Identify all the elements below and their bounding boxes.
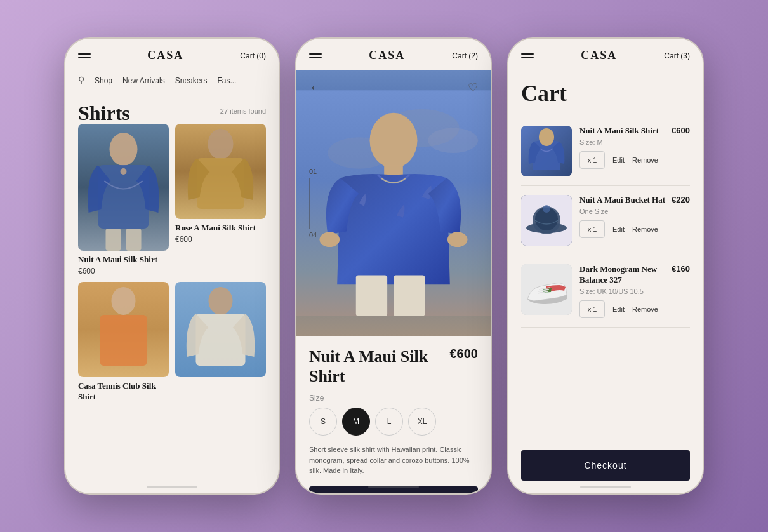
cart-hat-svg bbox=[521, 195, 572, 246]
detail-product-price: €600 bbox=[450, 347, 479, 361]
cart-item-3: Dark Monogram New Balance 327 €160 Size:… bbox=[521, 255, 690, 328]
cart-shoe-svg bbox=[521, 264, 572, 315]
nav-new-arrivals[interactable]: New Arrivals bbox=[122, 76, 165, 85]
list-item[interactable]: Nuit A Maui Silk Shirt €600 bbox=[78, 124, 169, 276]
cart-item-image-1 bbox=[521, 126, 572, 176]
cart-shirt-svg bbox=[521, 126, 572, 176]
remove-btn-3[interactable]: Remove bbox=[632, 305, 658, 313]
detail-name-row: Nuit A Maui Silk Shirt €600 bbox=[309, 347, 478, 386]
detail-product-name: Nuit A Maui Silk Shirt bbox=[309, 347, 450, 386]
product-grid: Nuit A Maui Silk Shirt €600 Rose A Maui … bbox=[78, 124, 266, 402]
svg-point-16 bbox=[369, 113, 417, 168]
list-item[interactable] bbox=[175, 282, 266, 402]
cart-item-details-1: Nuit A Maui Silk Shirt €600 Size: M x 1 … bbox=[579, 126, 690, 169]
edit-btn-3[interactable]: Edit bbox=[612, 305, 625, 313]
phone-cart: CASA Cart (3) Cart bbox=[507, 37, 704, 495]
listing-cart[interactable]: Cart (0) bbox=[240, 51, 266, 60]
cart-item-name-row-1: Nuit A Maui Silk Shirt €600 bbox=[579, 126, 690, 136]
home-indicator bbox=[368, 486, 419, 488]
cart-item-size-3: Size: UK 10/US 10.5 bbox=[579, 288, 690, 295]
cart-item-details-3: Dark Monogram New Balance 327 €160 Size:… bbox=[579, 264, 690, 318]
list-item[interactable]: Rose A Maui Silk Shirt €600 bbox=[175, 124, 266, 276]
size-btn-xl[interactable]: XL bbox=[408, 408, 436, 436]
cart-title: Cart bbox=[521, 80, 690, 107]
svg-point-5 bbox=[208, 129, 234, 159]
slide-line bbox=[309, 178, 310, 229]
cart-item-image-3 bbox=[521, 264, 572, 315]
product-image-1 bbox=[78, 124, 169, 251]
product-name-3: Casa Tennis Club Silk Shirt bbox=[78, 381, 169, 402]
list-item[interactable]: Casa Tennis Club Silk Shirt bbox=[78, 282, 169, 402]
svg-point-4 bbox=[121, 168, 127, 175]
checkout-button[interactable]: Checkout bbox=[521, 450, 690, 481]
slide-top: 01 bbox=[309, 168, 317, 175]
svg-rect-2 bbox=[106, 229, 121, 251]
nav-shop[interactable]: Shop bbox=[95, 76, 112, 85]
qty-box-1[interactable]: x 1 bbox=[579, 151, 605, 169]
cart-item-price-3: €160 bbox=[672, 264, 690, 274]
edit-btn-1[interactable]: Edit bbox=[612, 156, 625, 164]
cart-item-size-1: Size: M bbox=[579, 138, 690, 146]
product-detail: ← ♡ 01 04 bbox=[296, 70, 491, 495]
nav-more[interactable]: Fas... bbox=[217, 76, 236, 85]
nav-sneakers[interactable]: Sneakers bbox=[175, 76, 208, 85]
svg-rect-11 bbox=[196, 314, 246, 366]
remove-btn-2[interactable]: Remove bbox=[632, 225, 658, 233]
cart-content: Cart bbox=[508, 70, 703, 486]
detail-hero-image: ← ♡ 01 04 bbox=[296, 70, 491, 336]
svg-point-18 bbox=[320, 232, 340, 247]
svg-point-0 bbox=[110, 133, 138, 166]
size-btn-m[interactable]: M bbox=[342, 408, 370, 436]
svg-point-14 bbox=[428, 128, 478, 153]
cart-count[interactable]: Cart (3) bbox=[664, 51, 690, 60]
back-button[interactable]: ← bbox=[309, 80, 322, 95]
cart-item-actions-3: x 1 Edit Remove bbox=[579, 300, 690, 318]
qty-box-2[interactable]: x 1 bbox=[579, 220, 605, 238]
cart-item-price-1: €600 bbox=[672, 126, 690, 135]
product-description: Short sleeve silk shirt with Hawaiian pr… bbox=[309, 444, 478, 476]
cart-item-size-2: One Size bbox=[579, 208, 690, 215]
menu-icon[interactable] bbox=[78, 53, 91, 58]
cart-item-actions-2: x 1 Edit Remove bbox=[579, 220, 690, 238]
size-btn-s[interactable]: S bbox=[309, 408, 337, 436]
cart-item-price-2: €220 bbox=[672, 195, 690, 204]
person-3-svg bbox=[78, 282, 169, 377]
home-indicator bbox=[580, 486, 631, 488]
remove-btn-1[interactable]: Remove bbox=[632, 156, 658, 164]
svg-rect-6 bbox=[197, 158, 244, 209]
slide-bottom: 04 bbox=[309, 231, 317, 239]
person-2-svg bbox=[175, 124, 266, 219]
phone-listing: CASA Cart (0) ⚲ Shop New Arrivals Sneake… bbox=[64, 37, 280, 495]
cart-item-2: Nuit A Maui Bucket Hat €220 One Size x 1… bbox=[521, 186, 690, 255]
detail-menu-icon[interactable] bbox=[309, 53, 322, 58]
svg-point-28 bbox=[543, 205, 550, 213]
cart-item-name-2: Nuit A Maui Bucket Hat bbox=[579, 195, 672, 206]
svg-point-10 bbox=[209, 287, 233, 315]
detail-hero-svg bbox=[296, 70, 491, 336]
wishlist-button[interactable]: ♡ bbox=[468, 81, 478, 95]
cart-item-name-row-3: Dark Monogram New Balance 327 €160 bbox=[579, 264, 690, 286]
search-icon[interactable]: ⚲ bbox=[78, 75, 84, 86]
detail-header: CASA Cart (2) bbox=[296, 39, 491, 70]
qty-box-3[interactable]: x 1 bbox=[579, 300, 605, 318]
product-list-content: Shirts 27 items found Nu bbox=[65, 91, 279, 413]
svg-point-23 bbox=[539, 128, 554, 146]
phone-detail: CASA Cart (2) ← ♡ 01 04 bbox=[295, 37, 492, 495]
size-selector: S M L XL bbox=[309, 408, 478, 436]
product-name-2: Rose A Maui Silk Shirt bbox=[175, 223, 266, 234]
size-btn-l[interactable]: L bbox=[375, 408, 403, 436]
detail-cart[interactable]: Cart (2) bbox=[452, 51, 478, 60]
product-image-4 bbox=[175, 282, 266, 377]
detail-logo: CASA bbox=[369, 49, 405, 62]
svg-point-19 bbox=[447, 232, 468, 247]
detail-nav-overlay: ← ♡ bbox=[296, 70, 491, 105]
edit-btn-2[interactable]: Edit bbox=[612, 225, 625, 233]
product-name-1: Nuit A Maui Silk Shirt bbox=[78, 255, 169, 265]
cart-item-name-row-2: Nuit A Maui Bucket Hat €220 bbox=[579, 195, 690, 206]
cart-item-image-2 bbox=[521, 195, 572, 246]
product-image-3 bbox=[78, 282, 169, 377]
cart-menu-icon[interactable] bbox=[521, 53, 534, 58]
person-4-svg bbox=[175, 282, 266, 377]
product-image-2 bbox=[175, 124, 266, 219]
listing-header: CASA Cart (0) bbox=[65, 39, 279, 70]
